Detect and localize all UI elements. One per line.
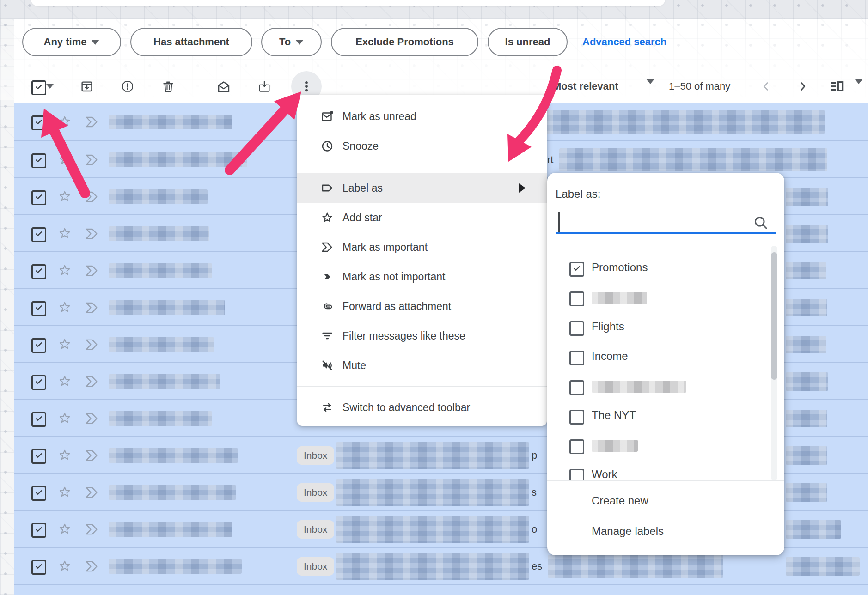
star-icon[interactable] (57, 226, 72, 243)
select-dropdown-caret[interactable] (46, 84, 54, 89)
move-to-button[interactable] (257, 79, 271, 93)
older-page-button[interactable] (796, 79, 810, 93)
importance-marker-icon[interactable] (84, 412, 100, 427)
report-spam-button[interactable] (121, 79, 134, 93)
mark-as-read-icon (216, 79, 231, 94)
message-text-fragment: es (532, 560, 542, 572)
label-checkbox[interactable] (569, 469, 584, 480)
inbox-label-chip: Inbox (297, 557, 334, 576)
inbox-label-chip: Inbox (297, 483, 334, 502)
star-icon[interactable] (57, 485, 72, 501)
row-checkbox[interactable] (31, 412, 46, 427)
row-checkbox[interactable] (31, 227, 46, 242)
label-checkbox[interactable] (569, 351, 584, 365)
sort-caret-icon[interactable] (646, 84, 654, 92)
importance-marker-icon[interactable] (84, 486, 100, 501)
label-checkbox[interactable] (569, 439, 584, 454)
star-icon[interactable] (57, 263, 72, 279)
row-checkbox[interactable] (31, 264, 46, 279)
menu-item-add-star[interactable]: Add star (297, 203, 547, 232)
label-scrollbar-thumb[interactable] (771, 252, 777, 380)
star-icon[interactable] (57, 522, 72, 538)
label-option-the-nyt[interactable]: The NYT (547, 401, 769, 431)
filter-chip-has-attachment[interactable]: Has attachment (130, 28, 252, 56)
menu-item-snooze[interactable]: Snooze (297, 131, 547, 161)
importance-marker-icon[interactable] (84, 301, 100, 316)
importance-marker-icon[interactable] (84, 523, 100, 538)
star-icon[interactable] (57, 448, 72, 464)
menu-item-switch-to-advanced-toolbar[interactable]: Switch to advanced toolbar (297, 393, 547, 422)
row-checkbox[interactable] (31, 560, 46, 575)
importance-marker-icon[interactable] (84, 227, 100, 242)
row-checkbox[interactable] (31, 449, 46, 464)
label-option-blurred[interactable] (547, 371, 769, 401)
label-checkbox[interactable] (569, 410, 584, 425)
menu-item-filter-messages-like-these[interactable]: Filter messages like these (297, 321, 547, 351)
manage-labels-item[interactable]: Manage labels (547, 516, 784, 546)
advanced-search-link[interactable]: Advanced search (582, 28, 666, 56)
star-icon[interactable] (57, 559, 72, 575)
create-new-label: Create new (592, 494, 648, 507)
split-pane-caret-icon[interactable] (855, 84, 862, 92)
create-new-label-item[interactable]: Create new (547, 486, 784, 516)
row-checkbox[interactable] (31, 338, 46, 353)
menu-item-mute[interactable]: Mute (297, 351, 547, 380)
label-option-income[interactable]: Income (547, 342, 769, 371)
label-checkbox[interactable] (569, 291, 584, 306)
row-checkbox[interactable] (31, 523, 46, 538)
row-checkbox[interactable] (31, 486, 46, 501)
select-all-checkbox[interactable] (31, 80, 46, 95)
menu-item-mark-as-unread[interactable]: Mark as unread (297, 102, 547, 131)
menu-item-mark-as-not-important[interactable]: Mark as not important (297, 262, 547, 291)
star-icon[interactable] (57, 152, 72, 169)
email-row[interactable] (14, 584, 868, 595)
filter-chip-to[interactable]: To (261, 28, 322, 56)
importance-marker-icon[interactable] (84, 264, 100, 279)
importance-marker-icon[interactable] (84, 338, 100, 353)
label-option-blurred[interactable] (547, 431, 769, 460)
message-text-blurred (786, 446, 827, 465)
message-text-blurred (786, 188, 828, 206)
label-option-promotions[interactable]: Promotions (547, 253, 769, 283)
message-text-blurred (548, 555, 723, 578)
star-icon[interactable] (57, 374, 72, 390)
check-icon (35, 193, 43, 203)
star-icon[interactable] (57, 300, 72, 316)
filter-chip-exclude-promotions[interactable]: Exclude Promotions (331, 28, 478, 56)
importance-marker-icon[interactable] (84, 560, 100, 575)
filter-chip-any-time[interactable]: Any time (22, 28, 121, 56)
archive-button[interactable] (80, 79, 94, 93)
manage-labels-label: Manage labels (592, 525, 664, 538)
row-checkbox[interactable] (31, 115, 46, 130)
sort-mode-dropdown[interactable]: Most relevant (553, 79, 618, 93)
star-icon[interactable] (57, 337, 72, 353)
newer-page-button[interactable] (759, 79, 773, 93)
message-text-blurred (545, 110, 825, 134)
mark-as-read-button[interactable] (216, 79, 231, 94)
star-icon[interactable] (57, 114, 72, 131)
row-checkbox[interactable] (31, 375, 46, 390)
split-pane-toggle[interactable] (829, 79, 844, 94)
menu-item-forward-as-attachment[interactable]: Forward as attachment (297, 291, 547, 321)
star-icon[interactable] (57, 411, 72, 427)
row-checkbox[interactable] (31, 190, 46, 205)
filter-chip-is-unread[interactable]: Is unread (488, 28, 568, 56)
label-search-input[interactable] (556, 232, 776, 234)
star-icon[interactable] (57, 189, 72, 206)
label-option-blurred[interactable] (547, 283, 769, 312)
importance-marker-icon[interactable] (84, 153, 100, 168)
importance-marker-icon[interactable] (84, 190, 100, 205)
menu-item-mark-as-important[interactable]: Mark as important (297, 232, 547, 262)
label-option-flights[interactable]: Flights (547, 312, 769, 342)
label-checkbox[interactable] (569, 380, 584, 395)
importance-marker-icon[interactable] (84, 375, 100, 390)
label-checkbox[interactable] (569, 262, 584, 277)
label-checkbox[interactable] (569, 321, 584, 336)
delete-button[interactable] (161, 79, 175, 93)
menu-item-label-as[interactable]: Label as (297, 173, 547, 203)
row-checkbox[interactable] (31, 301, 46, 316)
row-checkbox[interactable] (31, 153, 46, 168)
importance-marker-icon[interactable] (84, 115, 100, 130)
importance-marker-icon[interactable] (84, 449, 100, 464)
label-option-work[interactable]: Work (547, 460, 769, 480)
